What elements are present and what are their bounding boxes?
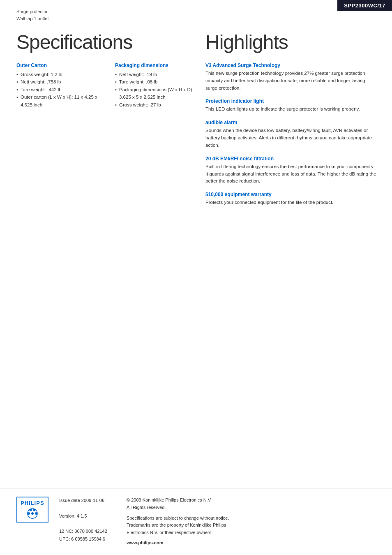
- outer-carton-section: Outer Carton Gross weight: 1.2 lb Nett w…: [16, 62, 99, 109]
- highlight-text-2: Sounds when the device has low battery, …: [205, 127, 378, 149]
- highlight-1: Protection indicator light This LED aler…: [205, 98, 378, 113]
- list-item: Nett weight: .758 lb: [16, 78, 99, 86]
- highlight-title-2: audible alarm: [205, 120, 378, 125]
- packaging-title: Packaging dimensions: [115, 62, 197, 68]
- highlight-text-1: This LED alert lights up to indicate the…: [205, 106, 378, 113]
- philips-logo-text: PHILIPS: [21, 500, 44, 506]
- highlight-title-1: Protection indicator light: [205, 98, 378, 104]
- product-type: Surge protector: [16, 8, 48, 15]
- nc-label: 12 NC:: [59, 529, 73, 534]
- list-item: Nett weight: .19 lb: [115, 71, 197, 78]
- highlight-text-3: Built-in filtering technology ensures th…: [205, 163, 378, 185]
- disclaimer-text: Specifications are subject to change wit…: [127, 515, 376, 536]
- footer-meta: Issue date 2009-11-06 Version: 4.1.5 12 …: [59, 497, 117, 543]
- highlight-2: audible alarm Sounds when the device has…: [205, 120, 378, 149]
- highlight-title-4: $10,000 equipment warranty: [205, 192, 378, 197]
- right-column: Highlights V3 Advanced Surge Technology …: [205, 31, 378, 213]
- specs-container: Outer Carton Gross weight: 1.2 lb Nett w…: [16, 62, 197, 118]
- footer-legal: © 2009 Koninklijke Philips Electronics N…: [127, 497, 376, 547]
- svg-point-3: [35, 512, 37, 515]
- nc-value: 8670 000 42142: [74, 529, 107, 534]
- svg-point-2: [28, 512, 30, 515]
- list-item: Outer carton (L x W x H): 11 x 4.25 x 4.…: [16, 93, 99, 109]
- list-item: Tare weight: .08 lb: [115, 78, 197, 86]
- packaging-section: Packaging dimensions Nett weight: .19 lb…: [115, 62, 197, 109]
- footer-logo: PHILIPS: [16, 497, 49, 523]
- version-label: Version:: [59, 513, 76, 518]
- outer-carton-title: Outer Carton: [16, 62, 99, 68]
- product-label: Surge protector Wall tap 1 outlet: [16, 8, 48, 22]
- highlights-title: Highlights: [205, 31, 378, 53]
- highlight-text-4: Protects your connected equipment for th…: [205, 199, 378, 206]
- upc-label: UPC:: [59, 536, 70, 541]
- copyright-text: © 2009 Koninklijke Philips Electronics N…: [127, 497, 376, 511]
- version-row: Version: 4.1.5: [59, 512, 117, 520]
- svg-point-5: [33, 509, 35, 511]
- highlight-3: 20 dB EMI/RFI noise filtration Built-in …: [205, 156, 378, 185]
- product-code-header: SPP2300WC/17: [337, 0, 392, 11]
- issue-date-label: Issue date: [59, 498, 80, 503]
- upc-value: 6 09585 15984 6: [71, 536, 105, 541]
- upc-row: UPC: 6 09585 15984 6: [59, 535, 117, 543]
- highlight-4: $10,000 equipment warranty Protects your…: [205, 192, 378, 206]
- issue-date-row: Issue date 2009-11-06: [59, 497, 117, 504]
- philips-logo-icon: [24, 508, 41, 519]
- left-column: Specifications Outer Carton Gross weight…: [16, 31, 197, 118]
- product-desc: Wall tap 1 outlet: [16, 15, 48, 22]
- list-item: Gross weight: .27 lb: [115, 101, 197, 109]
- page-title: Specifications: [16, 31, 197, 53]
- highlight-title-3: 20 dB EMI/RFI noise filtration: [205, 156, 378, 162]
- list-item: Gross weight: 1.2 lb: [16, 71, 99, 78]
- philips-logo-box: PHILIPS: [16, 497, 48, 523]
- outer-carton-list: Gross weight: 1.2 lb Nett weight: .758 l…: [16, 71, 99, 109]
- svg-point-4: [29, 509, 32, 511]
- nc-row: 12 NC: 8670 000 42142: [59, 527, 117, 535]
- footer: PHILIPS Issue date 2009-11-06 Version: 4…: [0, 488, 392, 555]
- highlight-title-0: V3 Advanced Surge Technology: [205, 62, 378, 68]
- version-value: 4.1.5: [77, 513, 87, 518]
- list-item: Tare weight: .442 lb: [16, 86, 99, 93]
- packaging-list: Nett weight: .19 lb Tare weight: .08 lb …: [115, 71, 197, 109]
- issue-date-value: 2009-11-06: [81, 498, 104, 503]
- svg-point-1: [31, 512, 34, 515]
- highlight-text-0: This new surge protection technology pro…: [205, 70, 378, 92]
- list-item: Packaging dimensions (W x H x D): 3.625 …: [115, 86, 197, 101]
- website-link[interactable]: www.philips.com: [127, 539, 376, 547]
- highlight-0: V3 Advanced Surge Technology This new su…: [205, 62, 378, 92]
